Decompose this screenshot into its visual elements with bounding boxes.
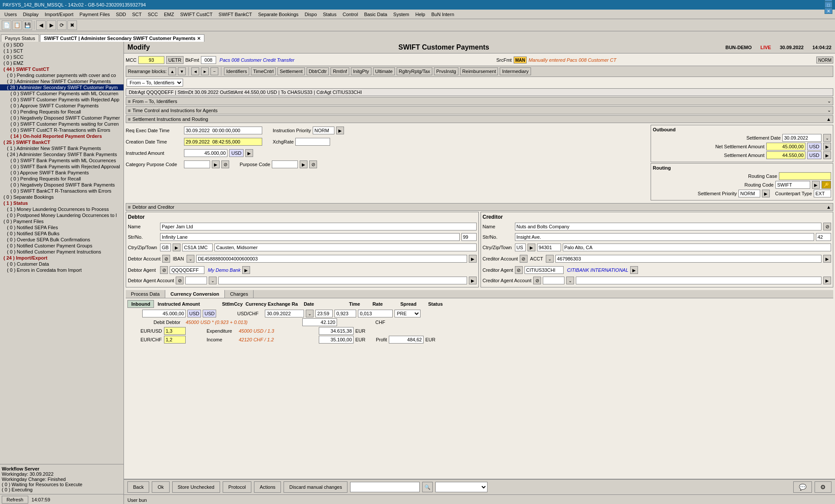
menu-separate-bookings[interactable]: Separate Bookings: [255, 11, 301, 18]
tab-close-icon[interactable]: ✕: [197, 36, 200, 41]
category-purpose-input[interactable]: [184, 160, 210, 168]
toolbar-btn-7[interactable]: ✖: [67, 20, 77, 30]
cat-nav[interactable]: ▶: [212, 160, 220, 168]
tree-custct-errors[interactable]: ( 0 ) SWIFT CustCT R-Transactions with E…: [0, 127, 124, 133]
tree-approve-bank[interactable]: ( 0 ) Approve SWIFT Bank Payments: [0, 170, 124, 176]
settlement-date-input[interactable]: [782, 134, 822, 142]
cc-amount-input[interactable]: [142, 310, 186, 317]
tab-intermediary[interactable]: Intermediary: [500, 67, 531, 75]
creditor-street-input[interactable]: [515, 233, 815, 241]
routing-code-btn[interactable]: 🔑: [822, 181, 831, 189]
toolbar-btn-2[interactable]: 📋: [12, 20, 22, 30]
debtor-country-input[interactable]: [160, 244, 171, 251]
rearrange-up[interactable]: ▲: [168, 67, 176, 75]
tab-dbtrcdt[interactable]: DbtrCdtr: [307, 67, 329, 75]
toolbar-btn-5[interactable]: ▶: [47, 20, 56, 30]
toolbar-btn-1[interactable]: 📄: [2, 20, 11, 30]
mcc-input[interactable]: [138, 56, 164, 64]
tree-pending-recall-bank[interactable]: ( 0 ) Pending Requests for Recall: [0, 176, 124, 182]
section-settlement[interactable]: ≡ Settlement Instructions and Routing ▲: [126, 115, 833, 123]
cc-time-input[interactable]: [315, 310, 333, 317]
tab-reimbursement[interactable]: Reimbursement: [460, 67, 498, 75]
tree-pending-cover[interactable]: ( 0 ) Pending customer payments with cov…: [0, 72, 124, 78]
tree-ml-postponed[interactable]: ( 0 ) Postponed Money Laundering Occurre…: [0, 212, 124, 218]
debtor-agent-btn[interactable]: ⊘: [160, 266, 168, 274]
cc-status-select[interactable]: PRE: [394, 310, 421, 317]
creditor-account-nav[interactable]: ▶: [823, 255, 831, 263]
iban-nav[interactable]: ⌄: [187, 255, 194, 263]
menu-payment-files[interactable]: Payment Files: [77, 11, 113, 18]
creation-date-input[interactable]: [184, 138, 262, 146]
debtor-iban-input[interactable]: [196, 255, 467, 263]
close-button[interactable]: ✕: [825, 8, 832, 14]
tree-administer-new-bank[interactable]: ( 1 ) Administer New SWIFT Bank Payments: [0, 145, 124, 151]
store-unchecked-button[interactable]: Store Unchecked: [172, 481, 220, 493]
debtor-agent-nav[interactable]: ▶: [242, 266, 250, 274]
rearrange-right[interactable]: ►: [201, 67, 209, 75]
tree-administer-new[interactable]: ( 2 ) Administer New SWIFT Customer Paym…: [0, 78, 124, 84]
debtor-name-input[interactable]: [160, 223, 477, 230]
btab-process-data[interactable]: Process Data: [126, 290, 165, 298]
debit-value-input[interactable]: [302, 318, 337, 326]
creditor-zip-input[interactable]: [537, 244, 561, 251]
debtor-agent-code[interactable]: [170, 266, 204, 274]
tree-customer-data[interactable]: ( 0 ) Customer Data: [0, 261, 124, 267]
back-button[interactable]: Back: [127, 481, 149, 493]
tree-administer-secondary-bank[interactable]: ( 24 ) Administer Secondary SWIFT Bank P…: [0, 151, 124, 157]
creditor-agent-acct-nav[interactable]: ⌄: [566, 277, 574, 284]
debtor-country-nav[interactable]: ▶: [173, 244, 180, 251]
tree-neg-disposed[interactable]: ( 0 ) Negatively Disposed SWIFT Customer…: [0, 115, 124, 121]
rearrange-left[interactable]: ◄: [191, 67, 199, 75]
menu-sdd[interactable]: SDD: [114, 11, 129, 18]
creditor-agent-acct-input[interactable]: [576, 277, 822, 284]
creditor-agent-acct-btn[interactable]: ⊘: [533, 277, 541, 284]
tree-ml-process[interactable]: ( 1 ) Money Laundering Occurrences to Pr…: [0, 206, 124, 212]
cc-date-input[interactable]: [265, 310, 304, 317]
debtor-account-nav[interactable]: ▶: [469, 255, 477, 263]
menu-status[interactable]: Status: [321, 11, 339, 18]
refresh-button[interactable]: Refresh: [2, 496, 28, 504]
creditor-agent-btn[interactable]: ⊘: [515, 266, 523, 274]
discard-button[interactable]: Discard manual changes: [284, 481, 347, 493]
eur-chf-value-input[interactable]: [164, 336, 186, 344]
section-from-to[interactable]: ≡ From – To, Identifiers ⌄: [126, 97, 833, 105]
routing-case-input[interactable]: [779, 172, 831, 180]
instructed-currency-nav[interactable]: ▶: [245, 149, 253, 157]
menu-help[interactable]: Help: [413, 11, 428, 18]
tab-initgpty[interactable]: InitgPty: [351, 67, 371, 75]
tree-administer-secondary[interactable]: ( 28 ) Administer Secondary SWIFT Custom…: [0, 84, 124, 90]
tree-bankct-errors[interactable]: ( 0 ) SWIFT BankCT R-Transactions with E…: [0, 188, 124, 194]
xchg-rate-input[interactable]: [295, 138, 330, 146]
instruction-priority-input[interactable]: [313, 127, 334, 134]
debtor-agent-acct-type[interactable]: [185, 277, 207, 284]
settlement-priority-nav[interactable]: ▶: [762, 190, 770, 197]
debtor-agent-acct-btn[interactable]: ⊘: [176, 277, 184, 284]
tree-bank-rejected[interactable]: ( 0 ) SWIFT Bank Payments with Rejected …: [0, 164, 124, 170]
creditor-account-btn[interactable]: ⊘: [520, 255, 528, 263]
menu-system[interactable]: System: [391, 11, 412, 18]
profit-value-input[interactable]: [389, 336, 424, 344]
creditor-country-input[interactable]: [515, 244, 526, 251]
settlement-currency-nav[interactable]: ▶: [823, 151, 831, 159]
tab-timecntrl[interactable]: TimeCntrl: [251, 67, 276, 75]
menu-basic-data[interactable]: Basic Data: [361, 11, 390, 18]
tree-payment-files[interactable]: ( 0 ) Payment Files: [0, 218, 124, 224]
settings-button[interactable]: ⚙: [815, 481, 832, 493]
creditor-agent-code[interactable]: [524, 266, 564, 274]
purpose-btn[interactable]: ⊘: [309, 160, 317, 168]
debtor-town-input[interactable]: [214, 244, 477, 251]
creditor-town-input[interactable]: [563, 244, 832, 251]
maximize-button[interactable]: □: [825, 2, 832, 8]
menu-sct[interactable]: SCT: [130, 11, 144, 18]
settlement-amount-input[interactable]: [766, 151, 805, 159]
purpose-code-input[interactable]: [272, 160, 298, 168]
tree-neg-bank[interactable]: ( 0 ) Negatively Disposed SWIFT Bank Pay…: [0, 182, 124, 188]
tree-onhold[interactable]: ( 14 ) On-hold Reported Payment Orders: [0, 133, 124, 139]
menu-control[interactable]: Control: [340, 11, 361, 18]
rearrange-down[interactable]: ▼: [178, 67, 186, 75]
creditor-agent-acct-type[interactable]: [543, 277, 564, 284]
menu-import-export[interactable]: Import/Export: [42, 11, 76, 18]
action-dropdown[interactable]: [435, 482, 488, 492]
cat-btn[interactable]: ⊘: [221, 160, 229, 168]
tab-swift[interactable]: SWIFT CustCT | Administer Secondary SWIF…: [40, 34, 205, 42]
